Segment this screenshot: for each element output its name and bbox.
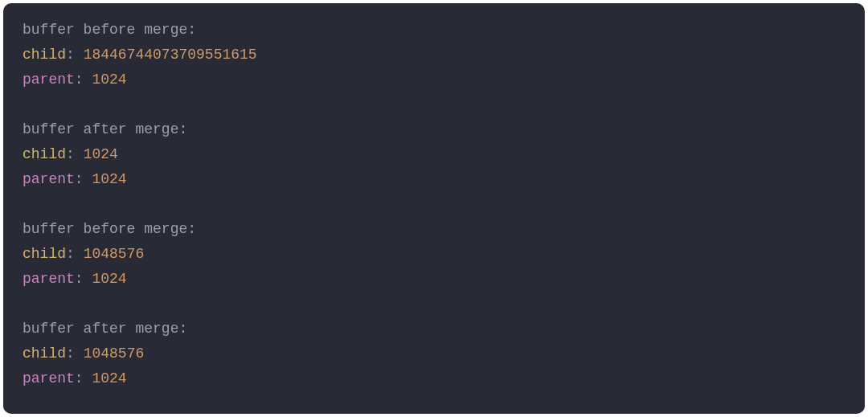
child-key: child [23, 146, 66, 162]
separator: : [75, 370, 92, 386]
terminal-output: buffer before merge: child: 184467440737… [3, 3, 865, 414]
output-heading: buffer before merge: [23, 18, 845, 43]
blank-line [23, 92, 845, 117]
output-heading: buffer after merge: [23, 317, 845, 341]
heading-text: buffer before merge: [23, 221, 196, 237]
output-parent-line: parent: 1024 [23, 366, 845, 391]
heading-text: buffer after merge: [23, 121, 187, 137]
child-value: 18446744073709551615 [84, 47, 257, 63]
separator: : [66, 345, 84, 362]
separator: : [66, 246, 84, 262]
separator: : [66, 47, 84, 63]
blank-line [23, 292, 845, 317]
blank-line [23, 192, 845, 217]
output-child-line: child: 1024 [23, 142, 845, 167]
child-key: child [23, 345, 66, 362]
parent-key: parent [23, 171, 75, 187]
separator: : [75, 171, 92, 187]
output-parent-line: parent: 1024 [23, 67, 845, 92]
separator: : [75, 271, 92, 287]
parent-value: 1024 [92, 171, 126, 187]
heading-text: buffer after merge: [23, 321, 187, 337]
parent-value: 1024 [92, 370, 126, 386]
output-heading: buffer before merge: [23, 217, 845, 242]
output-parent-line: parent: 1024 [23, 267, 845, 292]
output-child-line: child: 18446744073709551615 [23, 43, 845, 67]
parent-key: parent [23, 72, 75, 88]
heading-text: buffer before merge: [23, 22, 196, 38]
output-child-line: child: 1048576 [23, 242, 845, 267]
parent-value: 1024 [92, 271, 126, 287]
parent-key: parent [23, 271, 75, 287]
separator: : [75, 72, 92, 88]
parent-value: 1024 [92, 72, 126, 88]
output-child-line: child: 1048576 [23, 341, 845, 366]
parent-key: parent [23, 370, 75, 386]
separator: : [66, 146, 84, 162]
output-parent-line: parent: 1024 [23, 167, 845, 192]
child-key: child [23, 47, 66, 63]
child-value: 1048576 [84, 345, 145, 362]
child-value: 1024 [84, 146, 118, 162]
child-value: 1048576 [84, 246, 145, 262]
output-heading: buffer after merge: [23, 117, 845, 142]
child-key: child [23, 246, 66, 262]
